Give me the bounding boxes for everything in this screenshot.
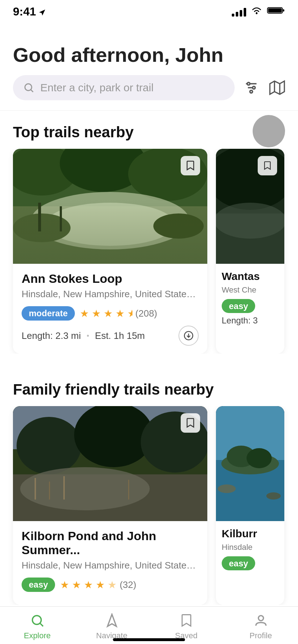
svg-point-9 [247,83,250,85]
bookmark-icon-wantas [263,161,272,171]
star-4: ★ [116,308,125,319]
landscape-kilburr [216,406,284,521]
trail-card-wantas[interactable]: Wantas West Che easy Length: 3 [216,149,284,354]
svg-point-49 [218,484,236,493]
svg-rect-40 [49,482,50,500]
trail-location-kilborn: Hinsdale, New Hampshire, United States o… [22,560,199,571]
svg-rect-24 [38,203,41,231]
battery-icon [267,6,285,17]
bookmark-icon [185,160,195,171]
svg-point-23 [153,213,204,239]
svg-rect-41 [63,476,65,500]
search-section: Enter a city, park or trail [0,75,298,100]
svg-point-20 [31,192,189,249]
trail-name-kilburr: Kilburr [222,528,279,540]
trail-card-ann-stokes[interactable]: Ann Stokes Loop Hinsdale, New Hampshire,… [13,149,207,354]
explore-icon [30,613,45,628]
svg-point-22 [13,213,71,242]
greeting-text: Good afternoon, John [13,43,285,66]
bookmark-button-ann[interactable] [181,156,200,175]
stars-ann: ★ ★ ★ ★ ★ (208) [80,308,157,319]
trail-info-wantas: Wantas West Che easy Length: 3 [216,264,284,332]
greeting-section: Good afternoon, John [0,22,298,75]
trail-image-kilburr [216,406,284,521]
tab-explore[interactable]: Explore [0,613,74,640]
bookmark-button-kilborn[interactable] [181,413,200,433]
svg-rect-3 [268,8,282,13]
status-time: 9:41 [13,5,47,18]
trail-image-ann [13,149,207,264]
trail-name-wantas: Wantas [222,270,279,282]
family-trails-scroll[interactable]: Kilborn Pond and John Summer... Hinsdale… [0,406,298,605]
trail-stats-ann: Length: 2.3 mi • Est. 1h 15m [22,330,145,341]
signal-icon [232,7,246,17]
section-spacer-1 [0,354,298,368]
star-half: ★ [127,308,132,319]
status-icons [232,6,285,17]
star-3: ★ [104,308,113,319]
home-indicator [113,638,185,641]
trail-length-wantas: Length: 3 [222,316,279,326]
svg-point-50 [266,492,281,500]
trail-name-kilborn: Kilborn Pond and John Summer... [22,529,199,557]
map-icon[interactable] [269,80,285,96]
download-button-ann[interactable] [179,326,199,346]
main-content: Good afternoon, John Enter a city, park … [0,22,298,644]
svg-point-31 [216,203,284,239]
svg-point-51 [32,616,41,625]
family-trails-title: Family friendly trails nearby [0,368,298,406]
difficulty-badge-kilburr: easy [222,556,255,570]
download-icon [184,331,194,341]
trail-card-kilborn[interactable]: Kilborn Pond and John Summer... Hinsdale… [13,406,207,605]
search-actions [243,80,285,96]
svg-point-11 [250,91,252,93]
review-count-ann: (208) [135,308,157,319]
trail-info-kilborn: Kilborn Pond and John Summer... Hinsdale… [13,521,207,605]
star-1: ★ [80,308,89,319]
profile-icon [253,613,268,628]
trail-info-kilburr: Kilburr Hinsdale easy [216,521,284,575]
navigate-icon [104,613,119,628]
status-bar: 9:41 [0,0,298,22]
tab-navigate[interactable]: Navigate [74,613,149,640]
profile-label: Profile [249,631,272,640]
wifi-icon [251,6,262,17]
trail-location-kilburr: Hinsdale [222,543,279,552]
landscape-kilborn [13,406,207,521]
trail-image-wantas [216,149,284,264]
trail-meta-ann: moderate ★ ★ ★ ★ ★ (208) [22,306,199,321]
tab-saved[interactable]: Saved [149,613,224,640]
search-icon [23,82,35,93]
location-arrow-icon [39,8,47,16]
filter-icon[interactable] [243,80,259,96]
bookmark-icon-kilborn [185,417,195,429]
bookmark-button-wantas[interactable] [258,156,277,175]
svg-rect-2 [283,9,284,12]
svg-marker-53 [107,615,116,626]
trail-time-ann: Est. 1h 15m [95,330,145,341]
svg-rect-25 [60,206,62,231]
svg-rect-42 [128,480,129,500]
tab-profile[interactable]: Profile [224,613,298,640]
avatar[interactable] [253,115,285,147]
stars-kilborn: ★ ★ ★ ★ ★ (32) [60,579,136,591]
trail-info-ann: Ann Stokes Loop Hinsdale, New Hampshire,… [13,264,207,354]
svg-point-10 [253,87,255,89]
svg-line-5 [31,90,33,92]
dot-separator: • [87,332,89,340]
svg-point-4 [25,84,32,91]
svg-point-38 [20,467,150,510]
search-bar[interactable]: Enter a city, park or trail [13,75,235,100]
difficulty-badge-ann: moderate [22,306,75,321]
trail-image-kilborn [13,406,207,521]
time-display: 9:41 [13,5,36,18]
trail-location-wantas: West Che [222,285,279,295]
star-2: ★ [92,308,101,319]
trail-name-ann: Ann Stokes Loop [22,272,199,286]
top-trails-scroll[interactable]: Ann Stokes Loop Hinsdale, New Hampshire,… [0,149,298,354]
review-count-kilborn: (32) [119,579,136,590]
svg-rect-39 [35,478,36,500]
trail-card-kilburr[interactable]: Kilburr Hinsdale easy [216,406,284,605]
trail-length-ann: Length: 2.3 mi [22,330,81,341]
trail-location-ann: Hinsdale, New Hampshire, United States o… [22,289,199,300]
